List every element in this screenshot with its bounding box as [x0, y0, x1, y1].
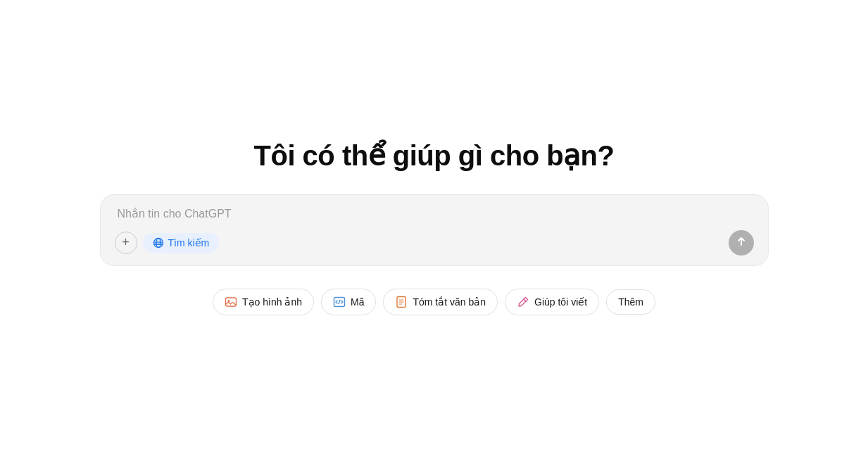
chat-input[interactable] [115, 208, 754, 220]
chat-input-container: + Tìm kiếm [100, 194, 769, 266]
input-toolbar: + Tìm kiếm [115, 230, 754, 256]
chip-code[interactable]: Mã [321, 289, 376, 315]
input-left-tools: + Tìm kiếm [115, 232, 220, 254]
search-toggle-button[interactable]: Tìm kiếm [143, 233, 220, 253]
chip-summarize[interactable]: Tóm tắt văn bản [383, 289, 498, 315]
plus-icon: + [122, 235, 130, 250]
svg-line-13 [524, 299, 526, 301]
send-arrow-icon [736, 236, 747, 249]
globe-icon [153, 237, 164, 248]
chip-summarize-label: Tóm tắt văn bản [413, 296, 486, 308]
chip-code-label: Mã [351, 296, 364, 308]
chip-help-write-label: Giúp tôi viết [534, 296, 587, 308]
svg-line-8 [339, 300, 340, 303]
svg-rect-5 [226, 298, 237, 306]
chip-create-image-label: Tạo hình ảnh [242, 296, 302, 308]
pen-icon [517, 296, 529, 308]
send-button[interactable] [729, 230, 754, 256]
add-attachment-button[interactable]: + [115, 232, 137, 254]
action-chips-row: Tạo hình ảnh Mã Tóm tắt văn bản [213, 289, 655, 315]
chip-create-image[interactable]: Tạo hình ảnh [213, 289, 314, 315]
chip-help-write[interactable]: Giúp tôi viết [505, 289, 599, 315]
image-icon [225, 296, 237, 308]
search-button-label: Tìm kiếm [168, 237, 210, 248]
chip-more[interactable]: Thêm [606, 289, 655, 315]
code-icon [333, 296, 346, 308]
document-icon [395, 296, 408, 308]
chip-more-label: Thêm [618, 296, 643, 308]
main-title: Tôi có thể giúp gì cho bạn? [254, 139, 615, 172]
